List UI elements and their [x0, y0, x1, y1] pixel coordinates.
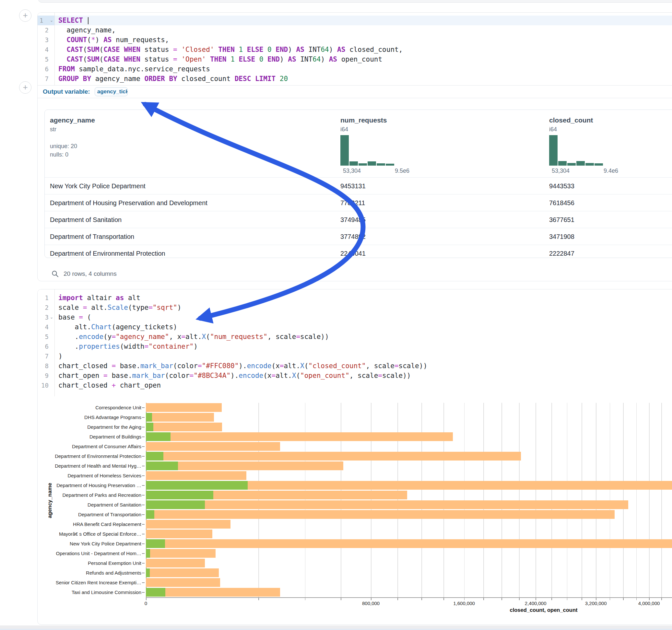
column-type: i64 [340, 126, 387, 133]
chart-x-axis-title: closed_count, open_count [479, 607, 608, 613]
cell-agency-name: Department of Sanitation [50, 211, 122, 228]
gridline [567, 403, 568, 597]
add-cell-button-output[interactable]: + [19, 81, 31, 94]
bar-open-count [146, 432, 170, 441]
code-line[interactable]: CAST(SUM(CASE WHEN status = 'Open' THEN … [38, 54, 672, 64]
code-line[interactable]: .encode(y="agency_name", x=alt.X("num_re… [38, 332, 672, 342]
bar-closed-count [146, 471, 246, 480]
sql-code-editor[interactable]: 1⌄234567SELECT agency_name, COUNT(*) AS … [38, 13, 672, 85]
y-axis-tick [142, 476, 145, 476]
gridline [443, 403, 444, 597]
x-axis-tick [443, 598, 444, 600]
histogram-bar [368, 162, 376, 166]
y-axis-tick [142, 417, 145, 418]
code-line[interactable]: agency_name, [38, 25, 672, 35]
cell-value: 7782211 [340, 194, 365, 211]
y-axis-tick [142, 582, 145, 583]
y-axis-label: Department of Environmental Protection [41, 452, 141, 461]
output-variable-label: Output variable: [43, 88, 90, 95]
bar-closed-count [146, 422, 222, 431]
add-cell-button-top[interactable]: + [19, 9, 31, 22]
x-axis-tick-label: 800,000 [348, 601, 393, 606]
code-line[interactable]: SELECT [38, 16, 672, 25]
column-name: closed_count [549, 116, 593, 124]
y-axis-tick [142, 524, 145, 525]
table-row[interactable]: Department of Sanitation37494853677651 [45, 211, 672, 228]
gridline [305, 403, 306, 597]
histogram-bar [585, 163, 594, 166]
code-line[interactable]: chart_closed = base.mark_bar(color="#FFC… [38, 361, 672, 371]
x-axis-tick [422, 598, 422, 600]
x-axis-tick [483, 598, 484, 600]
code-line[interactable]: FROM sample_data.nyc.service_requests [38, 64, 672, 74]
y-axis-label: Mayorâ€ s Office of Special Enforce… [41, 529, 141, 539]
table-footer: 20 rows, 4 columns [51, 268, 117, 280]
gridline [649, 403, 650, 597]
gridline [637, 403, 637, 597]
table-row[interactable]: New York City Police Department945313194… [45, 177, 672, 194]
histogram-bar [350, 162, 358, 166]
table-row[interactable]: Department of Environmental Protection22… [45, 245, 672, 258]
bar-closed-count [146, 539, 672, 548]
bar-open-count [146, 549, 150, 558]
search-icon[interactable] [51, 270, 59, 278]
y-axis-label: Department of Housing Preservation … [41, 481, 141, 490]
bar-closed-count [146, 530, 212, 538]
histogram-bar [386, 164, 394, 166]
cell-value: 3471908 [549, 228, 574, 245]
y-axis-label: New York City Police Department [41, 539, 141, 549]
bar-open-count [146, 510, 154, 519]
gridline [422, 403, 422, 597]
gridline [502, 403, 502, 597]
y-axis-label: Department of Consumer Affairs [41, 442, 141, 452]
code-line[interactable]: import altair as alt [38, 293, 672, 303]
x-axis-tick [398, 598, 398, 600]
code-line[interactable]: .properties(width="container") [38, 342, 672, 351]
x-axis-tick [371, 598, 371, 600]
histogram-min-label: 53,304 [552, 168, 570, 174]
column-header: num_requestsi64 [340, 116, 387, 133]
x-axis-tick-label: 0 [123, 601, 169, 606]
table-row[interactable]: Department of Housing Preservation and D… [45, 194, 672, 211]
x-axis-tick [596, 598, 597, 600]
cell-agency-name: Department of Environmental Protection [50, 245, 165, 258]
python-code-editor[interactable]: 123⌄45678910import altair as altscale = … [38, 289, 672, 396]
code-line[interactable]: chart_closed + chart_open [38, 381, 672, 390]
histogram-bar [595, 163, 603, 166]
y-axis-tick [142, 495, 145, 495]
code-line[interactable]: scale = alt.Scale(type="sqrt") [38, 303, 672, 312]
y-axis-tick [142, 573, 145, 573]
bar-closed-count [146, 520, 231, 529]
code-line[interactable]: alt.Chart(agency_tickets) [38, 322, 672, 332]
y-axis-label: Department of Health and Mental Hyg… [41, 461, 141, 471]
y-axis-tick [142, 553, 145, 554]
gridline [483, 403, 484, 597]
y-axis-label: Department for the Aging [41, 422, 141, 432]
output-variable-chip[interactable]: agency_tickets [95, 87, 128, 96]
code-line[interactable]: chart_open = base.mark_bar(color="#8BC34… [38, 371, 672, 381]
bar-open-count [146, 422, 153, 431]
x-axis-tick [610, 598, 610, 600]
gridline [623, 403, 624, 597]
table-row[interactable]: Department of Transportation377489234719… [45, 228, 672, 245]
y-axis-tick [142, 446, 145, 447]
y-axis-label: Operations Unit - Department of Hom… [41, 549, 141, 558]
y-axis-label: Department of Homeless Services [41, 471, 141, 481]
bar-open-count [146, 481, 248, 490]
bar-open-count [146, 539, 165, 548]
bar-open-count [146, 491, 213, 500]
bar-closed-count [146, 559, 205, 567]
cell-value: 7618456 [549, 194, 574, 211]
x-axis-tick-label: 1,600,000 [441, 601, 487, 606]
code-line[interactable]: ) [38, 351, 672, 361]
x-axis-tick [567, 598, 568, 600]
bar-closed-count [146, 413, 214, 421]
column-type: i64 [549, 126, 593, 133]
code-line[interactable]: base = ( [38, 312, 672, 322]
x-axis-tick [649, 598, 650, 600]
code-line[interactable]: CAST(SUM(CASE WHEN status = 'Closed' THE… [38, 45, 672, 54]
histogram-labels: 53,3049.4e6 [552, 168, 636, 174]
code-line[interactable]: GROUP BY agency_name ORDER BY closed_cou… [38, 74, 672, 83]
code-line[interactable]: COUNT(*) AS num_requests, [38, 35, 672, 45]
y-axis-tick [142, 543, 145, 544]
